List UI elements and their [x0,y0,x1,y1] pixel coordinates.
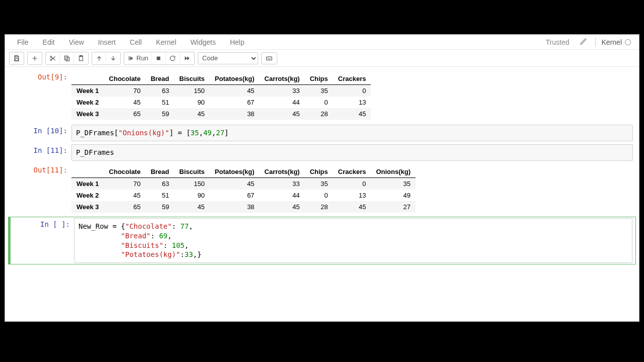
copy-icon [63,55,70,62]
row-label: Week 3 [71,108,104,120]
dataframe-output-11: ChocolateBreadBiscuitsPotatoes(kg)Carrot… [71,166,416,213]
menu-cell[interactable]: Cell [123,36,149,48]
row-label: Week 3 [71,201,104,213]
table-row: Week 170631504533350 [71,85,371,97]
cell-value: 13 [333,97,371,108]
table-header: Potatoes(kg) [210,73,260,85]
cell-value: 35 [371,177,416,190]
restart-icon [169,55,176,62]
cell-value: 45 [333,108,371,120]
kernel-status: Kernel [599,38,634,46]
table-header [71,166,104,178]
save-button[interactable] [10,52,24,64]
svg-rect-0 [16,55,18,57]
code-cell-11[interactable]: In [11]: P_DFrames [8,143,636,162]
cell-value: 0 [333,177,371,190]
restart-run-all-button[interactable] [180,52,194,64]
code-input-11[interactable]: P_DFrames [71,144,633,161]
dataframe-output-9: ChocolateBreadBiscuitsPotatoes(kg)Carrot… [71,73,371,120]
table-header: Potatoes(kg) [210,166,260,178]
cell-value: 49 [371,190,416,201]
svg-point-3 [50,59,52,60]
menu-insert[interactable]: Insert [91,36,123,48]
cell-value: 51 [145,190,174,201]
in-prompt-11: In [11]: [11,144,71,161]
table-header: Biscuits [174,166,210,178]
table-header: Chips [305,166,333,178]
svg-point-2 [50,56,52,57]
celltype-select[interactable]: Code [198,52,258,64]
cell-value: 0 [305,190,333,201]
in-prompt-10: In [10]: [11,125,71,141]
menu-edit[interactable]: Edit [36,36,62,48]
row-label: Week 1 [71,177,104,190]
cell-value: 45 [104,97,146,108]
cell-value: 38 [210,201,260,213]
table-header: Bread [145,73,174,85]
cell-value: 28 [305,108,333,120]
menu-help[interactable]: Help [223,36,252,48]
cell-value: 33 [260,85,305,97]
run-label: Run [136,54,148,62]
interrupt-button[interactable] [152,52,166,64]
arrow-up-icon [96,55,103,62]
stop-icon [155,55,162,62]
cell-value: 150 [174,177,210,190]
toolbar: Run Code [5,50,639,67]
svg-rect-1 [15,58,18,60]
row-label: Week 2 [71,97,104,108]
kernel-idle-icon [625,39,631,45]
scissors-icon [49,55,56,62]
run-icon [127,55,134,62]
cell-value: 33 [260,177,305,190]
menu-widgets[interactable]: Widgets [183,36,223,48]
cell-value: 65 [104,108,146,120]
edit-icon[interactable] [575,38,592,47]
cell-value: 0 [333,85,371,97]
table-header: Biscuits [174,73,210,85]
svg-rect-9 [157,56,160,60]
table-header: Carrots(kg) [260,73,305,85]
divider [595,38,596,47]
cut-button[interactable] [46,52,60,64]
code-input-active[interactable]: New_Row = {"Chocolate": 77, "Bread": 69,… [74,218,632,263]
code-cell-10[interactable]: In [10]: P_DFrames["Onions(kg)"] = [35,4… [8,124,636,142]
cell-value: 44 [260,97,305,108]
menu-view[interactable]: View [62,36,91,48]
code-input-10[interactable]: P_DFrames["Onions(kg)"] = [35,49,27] [71,125,633,141]
code-cell-active[interactable]: In [ ]: New_Row = {"Chocolate": 77, "Bre… [8,217,636,265]
cell-value: 13 [333,190,371,201]
command-palette-button[interactable] [261,52,277,64]
table-header: Crackers [333,73,371,85]
run-button[interactable]: Run [124,52,152,64]
row-label: Week 2 [71,190,104,201]
notebook-area[interactable]: Out[9]: ChocolateBreadBiscuitsPotatoes(k… [5,67,639,321]
add-cell-button[interactable] [28,52,42,64]
cell-value: 45 [333,201,371,213]
trusted-indicator: Trusted [541,38,575,46]
menu-file[interactable]: File [10,36,36,48]
move-up-button[interactable] [92,52,106,64]
restart-button[interactable] [166,52,180,64]
output-cell-11: Out[11]: ChocolateBreadBiscuitsPotatoes(… [8,163,636,216]
cell-value: 28 [305,201,333,213]
paste-button[interactable] [74,52,88,64]
cell-value: 63 [145,85,174,97]
output-cell-9: Out[9]: ChocolateBreadBiscuitsPotatoes(k… [8,70,636,123]
table-row: Week 365594538452845 [71,108,371,120]
table-header: Chocolate [104,73,146,85]
svg-rect-10 [267,57,272,60]
cell-value: 59 [145,108,174,120]
menu-kernel[interactable]: Kernel [149,36,183,48]
cell-value: 70 [104,177,146,190]
in-prompt-empty: In [ ]: [14,218,74,263]
move-down-button[interactable] [106,52,120,64]
cell-value: 0 [305,97,333,108]
cell-value: 65 [104,201,146,213]
table-header: Chips [305,73,333,85]
fast-forward-icon [184,55,191,62]
cell-value: 35 [305,85,333,97]
table-row: Week 36559453845284527 [71,201,416,213]
plus-icon [31,55,38,62]
copy-button[interactable] [60,52,74,64]
